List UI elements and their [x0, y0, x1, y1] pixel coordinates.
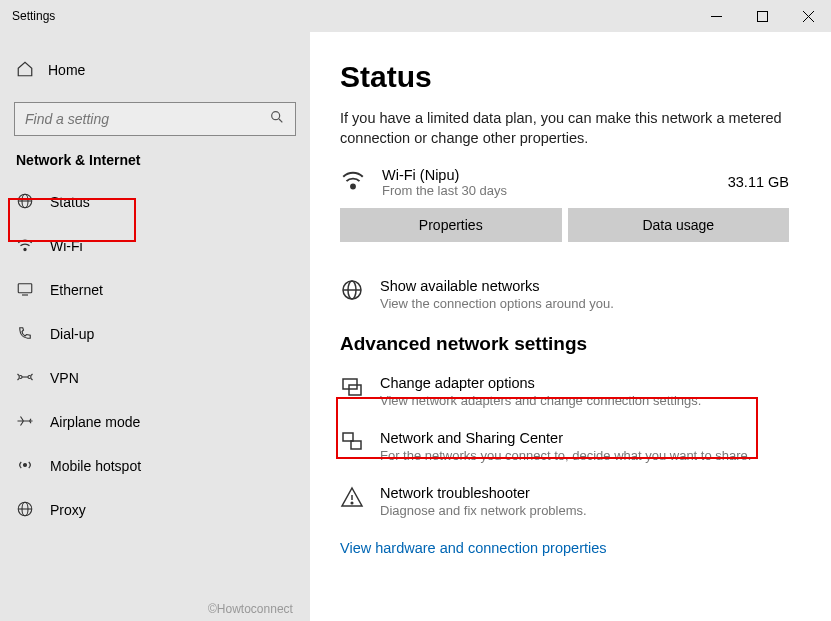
network-sharing-center[interactable]: Network and Sharing Center For the netwo… [340, 430, 789, 463]
network-troubleshooter[interactable]: Network troubleshooter Diagnose and fix … [340, 485, 789, 518]
adv-item-title: Network and Sharing Center [380, 430, 751, 446]
sidebar-item-label: VPN [50, 370, 79, 386]
sidebar-item-label: Proxy [50, 502, 86, 518]
lead-text: If you have a limited data plan, you can… [340, 108, 789, 149]
status-icon [16, 192, 34, 213]
adv-item-title: Change adapter options [380, 375, 701, 391]
view-hardware-link[interactable]: View hardware and connection properties [340, 540, 789, 556]
svg-point-32 [351, 502, 353, 504]
svg-point-13 [28, 375, 31, 378]
connection-subtitle: From the last 30 days [382, 183, 712, 198]
adv-item-desc: Diagnose and fix network problems. [380, 503, 587, 518]
minimize-button[interactable] [693, 0, 739, 32]
connection-usage: 33.11 GB [728, 174, 789, 190]
sidebar: Home Network & Internet Status Wi-Fi Eth… [0, 32, 310, 621]
svg-rect-1 [757, 11, 767, 21]
svg-point-4 [272, 112, 280, 120]
sidebar-item-airplane[interactable]: Airplane mode [0, 400, 310, 444]
sidebar-section-label: Network & Internet [0, 152, 310, 168]
sidebar-item-dialup[interactable]: Dial-up [0, 312, 310, 356]
vpn-icon [16, 368, 34, 389]
show-available-networks[interactable]: Show available networks View the connect… [340, 278, 789, 311]
ethernet-icon [16, 280, 34, 301]
sidebar-item-label: Status [50, 194, 90, 210]
connection-row: Wi-Fi (Nipu) From the last 30 days 33.11… [340, 167, 789, 198]
home-icon [16, 60, 34, 81]
sidebar-home[interactable]: Home [0, 50, 310, 90]
sidebar-item-hotspot[interactable]: Mobile hotspot [0, 444, 310, 488]
sidebar-item-label: Ethernet [50, 282, 103, 298]
svg-rect-10 [18, 283, 32, 292]
sidebar-item-status[interactable]: Status [0, 180, 310, 224]
sharing-icon [340, 430, 364, 454]
svg-point-23 [351, 185, 355, 189]
properties-button[interactable]: Properties [340, 208, 562, 242]
watermark: ©Howtoconnect [208, 602, 293, 616]
adv-item-title: Network troubleshooter [380, 485, 587, 501]
svg-rect-29 [343, 433, 353, 441]
svg-point-9 [24, 248, 26, 250]
search-icon [269, 109, 285, 129]
adv-item-desc: View network adapters and change connect… [380, 393, 701, 408]
svg-rect-30 [351, 441, 361, 449]
main-content: Status If you have a limited data plan, … [310, 32, 831, 621]
available-desc: View the connection options around you. [380, 296, 614, 311]
connection-name: Wi-Fi (Nipu) [382, 167, 712, 183]
svg-line-18 [31, 378, 33, 380]
proxy-icon [16, 500, 34, 521]
warning-icon [340, 485, 364, 509]
search-input[interactable] [25, 111, 233, 127]
airplane-icon [16, 412, 34, 433]
sidebar-item-proxy[interactable]: Proxy [0, 488, 310, 532]
svg-line-15 [18, 374, 20, 376]
adv-item-desc: For the networks you connect to, decide … [380, 448, 751, 463]
sidebar-home-label: Home [48, 62, 85, 78]
titlebar: Settings [0, 0, 831, 32]
page-heading: Status [340, 60, 789, 94]
advanced-heading: Advanced network settings [340, 333, 789, 355]
svg-point-12 [19, 375, 22, 378]
globe-icon [340, 278, 364, 302]
change-adapter-options[interactable]: Change adapter options View network adap… [340, 375, 789, 408]
adapter-icon [340, 375, 364, 399]
svg-line-17 [31, 374, 33, 376]
svg-line-5 [279, 119, 282, 122]
data-usage-button[interactable]: Data usage [568, 208, 790, 242]
sidebar-item-label: Wi-Fi [50, 238, 83, 254]
sidebar-item-ethernet[interactable]: Ethernet [0, 268, 310, 312]
close-button[interactable] [785, 0, 831, 32]
svg-point-19 [24, 463, 27, 466]
maximize-button[interactable] [739, 0, 785, 32]
wifi-icon [16, 236, 34, 257]
svg-rect-27 [343, 379, 357, 389]
sidebar-item-wifi[interactable]: Wi-Fi [0, 224, 310, 268]
dialup-icon [16, 324, 34, 345]
search-input-container[interactable] [14, 102, 296, 136]
sidebar-item-label: Mobile hotspot [50, 458, 141, 474]
available-title: Show available networks [380, 278, 614, 294]
window-title: Settings [12, 9, 55, 23]
svg-line-16 [18, 378, 20, 380]
sidebar-item-vpn[interactable]: VPN [0, 356, 310, 400]
hotspot-icon [16, 456, 34, 477]
sidebar-item-label: Dial-up [50, 326, 94, 342]
svg-rect-28 [349, 385, 361, 395]
wifi-icon [340, 167, 366, 197]
sidebar-item-label: Airplane mode [50, 414, 140, 430]
